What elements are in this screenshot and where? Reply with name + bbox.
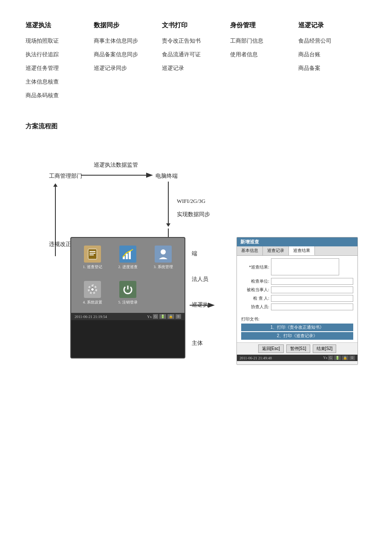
- settings-icon: [86, 283, 99, 296]
- menu-item-datasync-2[interactable]: 商品备案信息同步: [94, 51, 162, 58]
- desktop-lock: 🔒: [342, 356, 349, 360]
- print-btn-1[interactable]: 1、打印《责令改正通知书》: [241, 324, 353, 331]
- svg-rect-11: [89, 253, 95, 254]
- svg-rect-12: [89, 254, 94, 255]
- form-row-unit: 检查单位:: [241, 278, 353, 285]
- menu-header-patrol: 巡逻执法: [26, 21, 94, 29]
- mobile-icon-empty: [146, 278, 180, 309]
- desktop-num: ①: [349, 356, 355, 360]
- tab-basic-info[interactable]: 基本信息: [237, 246, 263, 255]
- mobile-label-3: 3. 系统管理: [154, 264, 173, 270]
- mobile-label-1: 1. 巡查登记: [83, 264, 102, 270]
- mobile-terminal-label: 违规改正: [49, 240, 71, 248]
- svg-rect-9: [88, 249, 97, 259]
- mobile-label-5: 5. 注销登录: [118, 300, 138, 305]
- svg-point-20: [91, 288, 94, 291]
- form-label-unit: 检查单位:: [241, 278, 271, 284]
- form-input-inspector[interactable]: [271, 295, 353, 302]
- form-row-inspector: 检 查 人:: [241, 295, 353, 302]
- gov-dept-label: 工商管理部门: [49, 172, 82, 180]
- mobile-icon-logout[interactable]: 5. 注销登录: [111, 278, 145, 309]
- print-btn-2[interactable]: 2、打印《巡查记录》: [241, 332, 353, 340]
- back-btn[interactable]: 返回[Esc]: [258, 344, 284, 353]
- mobile-app-screenshot: 1. 巡查登记 2. 进度巡查: [70, 237, 185, 358]
- end-btn[interactable]: 结束[S2]: [313, 344, 337, 353]
- menu-column-identity: 身份管理 工商部门信息 使用者信息: [230, 21, 298, 105]
- menu-item-patrol-4[interactable]: 主体信息核查: [26, 78, 94, 86]
- menu-header-docprint: 文书打印: [162, 21, 230, 29]
- svg-marker-4: [53, 183, 58, 187]
- menu-item-patrol-2[interactable]: 执法行径追踪: [26, 51, 94, 58]
- menu-column-patrollog: 巡逻记录 食品经营公司 商品台账 商品备案: [298, 21, 366, 105]
- patrol-exec-label: 巡逻执: [192, 301, 208, 309]
- svg-rect-10: [89, 251, 95, 252]
- pause-btn[interactable]: 暂停[S1]: [286, 344, 310, 353]
- mobile-status-icons: Yx G 🔋 🔒 ①: [147, 314, 181, 319]
- mobile-icon-settings[interactable]: 4. 系统设置: [75, 278, 110, 309]
- mobile-label-2: 2. 进度巡查: [118, 264, 138, 270]
- menu-item-docprint-1[interactable]: 责令改正告知书: [162, 37, 230, 45]
- svg-point-16: [161, 249, 166, 254]
- menu-header-identity: 身份管理: [230, 21, 298, 29]
- law-person-label: 法人员: [192, 275, 208, 283]
- form-label-assistant: 协查人员:: [241, 304, 271, 310]
- progress-icon: [121, 248, 134, 260]
- form-input-person[interactable]: [271, 286, 353, 293]
- menu-item-datasync-3[interactable]: 巡逻记录同步: [94, 64, 162, 72]
- flow-title: 方案流程图: [26, 122, 366, 130]
- wifi-label: WIFI/2G/3G: [177, 198, 205, 205]
- mobile-time: 2011-06-21 21:19:54: [75, 315, 107, 319]
- main-body-label: 主体: [192, 339, 203, 347]
- mobile-icon-sysmanage[interactable]: 3. 系统管理: [146, 242, 180, 273]
- tab-patrol-result[interactable]: 巡查结果: [289, 246, 315, 255]
- menu-item-patrollog-1[interactable]: 食品经营公司: [298, 37, 366, 45]
- pc-terminal-label: 电脑终端: [156, 172, 178, 180]
- lock-icon: 🔒: [167, 314, 174, 319]
- menu-item-patrol-5[interactable]: 商品条码核查: [26, 92, 94, 99]
- patrol-data-label: 巡逻执法数据监管: [94, 161, 138, 169]
- form-input-assistant[interactable]: [271, 304, 353, 310]
- menu-item-patrollog-3[interactable]: 商品备案: [298, 64, 366, 72]
- svg-marker-2: [166, 223, 170, 227]
- menu-item-identity-2[interactable]: 使用者信息: [230, 51, 298, 58]
- mobile-label-4: 4. 系统设置: [83, 300, 102, 305]
- desktop-g-icon: G: [328, 356, 333, 360]
- desktop-tabs: 基本信息 巡查记录 巡查结果: [237, 246, 357, 256]
- mobile-end-label: 端: [192, 250, 197, 257]
- menu-item-patrollog-2[interactable]: 商品台账: [298, 51, 366, 58]
- menu-column-docprint: 文书打印 责令改正告知书 食品流通许可证 巡逻记录: [162, 21, 230, 105]
- form-input-result[interactable]: [271, 258, 339, 275]
- desktop-form-screenshot: 新增巡查 基本信息 巡查记录 巡查结果 *巡查结果:: [236, 237, 358, 365]
- mobile-icon-patrol-record[interactable]: 1. 巡查登记: [75, 242, 110, 273]
- mobile-statusbar: 2011-06-21 21:19:54 Yx G 🔋 🔒 ①: [71, 313, 184, 320]
- form-row-person: 被检当事人:: [241, 286, 353, 293]
- menu-item-datasync-1[interactable]: 商事主体信息同步: [94, 37, 162, 45]
- form-row-result: *巡查结果:: [241, 258, 353, 276]
- menu-item-patrol-3[interactable]: 巡逻任务管理: [26, 64, 94, 72]
- form-label-result: *巡查结果:: [241, 264, 271, 270]
- desktop-status-icons: Yx G 🔋 🔒 ①: [323, 356, 355, 360]
- menu-item-docprint-2[interactable]: 食品流通许可证: [162, 51, 230, 58]
- battery-icon: 🔋: [159, 314, 166, 319]
- menu-item-patrol-1[interactable]: 现场拍照取证: [26, 37, 94, 45]
- mobile-icon-progress[interactable]: 2. 进度巡查: [111, 242, 145, 273]
- menu-header-datasync: 数据同步: [94, 21, 162, 29]
- menu-item-docprint-3[interactable]: 巡逻记录: [162, 64, 230, 72]
- sysmanage-icon: [157, 248, 170, 260]
- form-textarea-wrapper: [271, 258, 339, 276]
- desktop-statusbar: 2011-06-21 21:49:48 Yx G 🔋 🔒 ①: [237, 355, 357, 361]
- tab-patrol-record[interactable]: 巡查记录: [263, 246, 289, 255]
- desktop-battery: 🔋: [334, 356, 341, 360]
- menu-item-identity-1[interactable]: 工商部门信息: [230, 37, 298, 45]
- form-label-inspector: 检 查 人:: [241, 295, 271, 301]
- mobile-icon-grid-bottom: 4. 系统设置 5. 注销登录: [71, 278, 184, 313]
- desktop-titlebar: 新增巡查: [237, 237, 357, 246]
- form-input-unit[interactable]: [271, 278, 353, 285]
- desktop-signal: Yx: [323, 356, 327, 360]
- desktop-footer: 返回[Esc] 暂停[S1] 结束[S2]: [237, 342, 357, 355]
- form-label-person: 被检当事人:: [241, 287, 271, 293]
- svg-rect-14: [126, 254, 128, 259]
- wifi-icon: G: [153, 314, 158, 319]
- menu-column-datasync: 数据同步 商事主体信息同步 商品备案信息同步 巡逻记录同步: [94, 21, 162, 105]
- form-row-assistant: 协查人员:: [241, 304, 353, 310]
